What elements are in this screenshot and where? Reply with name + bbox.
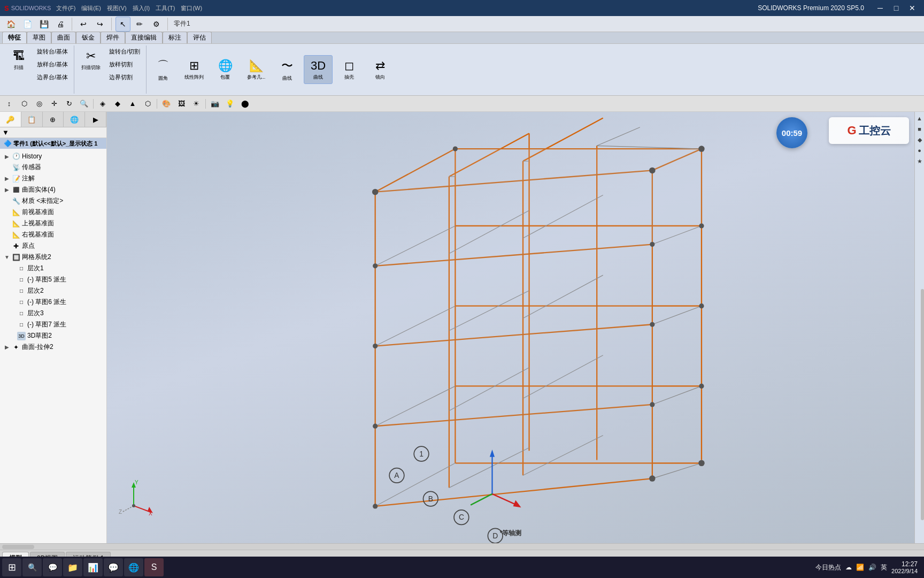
view-zoom-fit[interactable]: ◎ (32, 97, 46, 110)
menu-edit[interactable]: 编辑(E) (81, 5, 101, 11)
maximize-button[interactable]: □ (889, 3, 904, 13)
btn-revolve-boss[interactable]: 旋转台/基体 (34, 45, 71, 57)
btn-loft-boss[interactable]: 放样台/基体 (34, 58, 71, 70)
view-textures[interactable]: 🖼 (174, 97, 188, 110)
start-button[interactable]: ⊞ (2, 558, 21, 576)
tree-header[interactable]: 🔷 零件1 (默认<<默认>_显示状态 1 (0, 138, 106, 149)
view-zoom[interactable]: 🔍 (77, 97, 91, 110)
toolbar-undo[interactable]: ↩ (76, 17, 91, 32)
taskbar-explorer[interactable]: 📁 (63, 558, 82, 576)
tray-volume[interactable]: 🔊 (868, 564, 876, 571)
tree-item-material[interactable]: 🔧 材质 <未指定> (0, 195, 106, 207)
tree-item-3dsketch2[interactable]: 3D 3D草图2 (0, 330, 106, 341)
taskbar-taskview[interactable]: 💬 (43, 558, 62, 576)
lp-tab-more[interactable]: ▶ (85, 112, 106, 127)
tree-item-layer2[interactable]: □ 层次2 (0, 285, 106, 296)
btn-shell[interactable]: ◻ 抽壳 (335, 55, 364, 84)
btn-extrude-boss[interactable]: 🏗 扫描 (4, 45, 33, 74)
tab-surface[interactable]: 曲面 (51, 32, 76, 43)
menu-insert[interactable]: 插入(I) (133, 5, 150, 11)
rsp-icon-3[interactable]: ◆ (915, 135, 924, 144)
tray-lang[interactable]: 英 (881, 563, 887, 572)
tree-item-annotations[interactable]: ▶ 📝 注解 (0, 173, 106, 184)
tree-item-sketch5[interactable]: □ (-) 草图5 派生 (0, 274, 106, 285)
btn-boundary-boss[interactable]: 边界台/基体 (34, 71, 71, 83)
tree-item-sketch6[interactable]: □ (-) 草图6 派生 (0, 296, 106, 308)
toolbar-print[interactable]: 🖨 (53, 17, 68, 32)
view-appearance[interactable]: 🎨 (159, 97, 173, 110)
btn-boundary-cut[interactable]: 边界切割 (106, 71, 143, 83)
taskbar-wechat[interactable]: 💬 (104, 558, 123, 576)
toolbar-sketch[interactable]: ✏ (132, 17, 147, 32)
tree-item-sketch7[interactable]: □ (-) 草图7 派生 (0, 319, 106, 330)
toolbar-save[interactable]: 💾 (36, 17, 51, 32)
tree-item-top-plane[interactable]: 📐 上视基准面 (0, 218, 106, 229)
view-cube[interactable]: ⬡ (17, 97, 31, 110)
view-camera[interactable]: 📷 (208, 97, 222, 110)
tab-weld[interactable]: 焊件 (101, 32, 125, 43)
rsp-icon-5[interactable]: ★ (915, 157, 924, 165)
taskbar-search[interactable]: 🔍 (22, 558, 42, 576)
toolbar-smart[interactable]: ⚙ (149, 17, 164, 32)
tree-item-front-plane[interactable]: 📐 前视基准面 (0, 207, 106, 218)
btn-mirror[interactable]: ⇄ 镜向 (366, 55, 395, 84)
rsp-icon-1[interactable]: ▲ (915, 114, 924, 123)
view-scene[interactable]: ☀ (189, 97, 203, 110)
btn-ref-geometry[interactable]: 📐 参考几... (242, 55, 271, 84)
tree-item-right-plane[interactable]: 📐 右视基准面 (0, 229, 106, 240)
menu-file[interactable]: 文件(F) (56, 5, 75, 11)
toolbar-redo[interactable]: ↪ (93, 17, 107, 32)
taskbar-excel[interactable]: 📊 (83, 558, 103, 576)
rsp-icon-2[interactable]: ■ (915, 125, 924, 133)
viewport[interactable]: 1 A B C D E Y (107, 112, 914, 543)
tree-item-layer3[interactable]: □ 层次3 (0, 308, 106, 319)
btn-revolve-cut[interactable]: 旋转台/切割 (106, 45, 143, 57)
toolbar-open[interactable]: 📄 (20, 17, 35, 32)
tab-sketch[interactable]: 草图 (27, 32, 51, 43)
tree-item-surface-extrude2[interactable]: ▶ ✦ 曲面-拉伸2 (0, 341, 106, 353)
close-button[interactable]: ✕ (905, 3, 920, 13)
tree-item-history[interactable]: ▶ 🕐 History (0, 151, 106, 162)
tray-wifi[interactable]: 📶 (856, 564, 864, 571)
h-scrollbar-thumb[interactable] (2, 545, 34, 549)
taskbar-browser[interactable]: 🌐 (124, 558, 143, 576)
tree-item-sensors[interactable]: 📡 传感器 (0, 162, 106, 173)
lp-tab-display[interactable]: 🌐 (64, 112, 85, 127)
tab-sheetmetal[interactable]: 钣金 (76, 32, 101, 43)
tree-item-origin[interactable]: ✚ 原点 (0, 240, 106, 252)
tree-item-surfaces[interactable]: ▶ ⬛ 曲面实体(4) (0, 184, 106, 195)
lp-tab-property[interactable]: 📋 (21, 112, 43, 127)
menu-view[interactable]: 视图(V) (107, 5, 127, 11)
toolbar-select[interactable]: ↖ (116, 17, 130, 32)
tab-direct-edit[interactable]: 直接编辑 (125, 32, 163, 43)
tab-evaluate[interactable]: 评估 (187, 32, 212, 43)
btn-wrap[interactable]: 🌐 包覆 (211, 55, 240, 84)
lp-tab-feature-manager[interactable]: 🔑 (0, 112, 21, 127)
tree-item-layer1[interactable]: □ 层次1 (0, 263, 106, 274)
lp-tab-config[interactable]: ⊕ (43, 112, 64, 127)
btn-extruded-cut[interactable]: ✂ 扫描切除 (76, 45, 105, 74)
minimize-button[interactable]: ─ (873, 3, 888, 13)
btn-instant3d[interactable]: 3D 曲线 (304, 55, 333, 84)
view-lights[interactable]: 💡 (223, 97, 237, 110)
rsp-icon-4[interactable]: ● (915, 146, 924, 155)
menu-tools[interactable]: 工具(T) (156, 5, 175, 11)
btn-fillet[interactable]: ⌒ 圆角 (149, 55, 178, 84)
taskbar-solidworks[interactable]: S (144, 558, 164, 576)
btn-loft-cut[interactable]: 放样切割 (106, 58, 143, 70)
toolbar-new[interactable]: 🏠 (3, 17, 18, 32)
view-rotate[interactable]: ↻ (62, 97, 76, 110)
view-ambient[interactable]: ⬤ (238, 97, 252, 110)
view-pan[interactable]: ✛ (47, 97, 61, 110)
btn-curves[interactable]: 〜 曲线 (273, 55, 302, 84)
view-section[interactable]: ↕ (2, 97, 16, 110)
view-hidden-lines[interactable]: ◆ (111, 97, 125, 110)
view-display-mode[interactable]: ◈ (96, 97, 110, 110)
view-edges[interactable]: ⬡ (141, 97, 155, 110)
tray-hotspot[interactable]: 今日热点 (815, 563, 841, 572)
tab-feature[interactable]: 特征 (2, 32, 27, 43)
menu-window[interactable]: 窗口(W) (181, 5, 202, 11)
view-shaded[interactable]: ▲ (126, 97, 140, 110)
btn-linear-pattern[interactable]: ⊞ 线性阵列 (180, 55, 209, 84)
tree-item-grid-system[interactable]: ▼ 🔲 网格系统2 (0, 252, 106, 263)
